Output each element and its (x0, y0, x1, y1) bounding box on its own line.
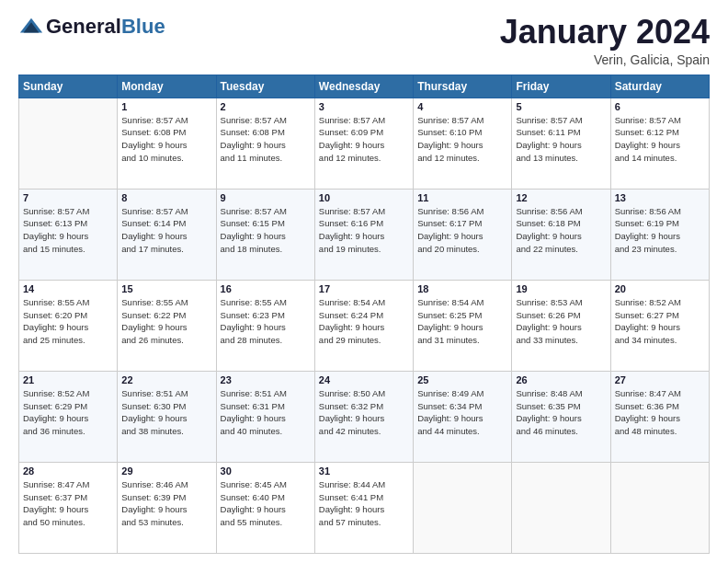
day-detail: Sunrise: 8:54 AMSunset: 6:24 PMDaylight:… (319, 296, 409, 347)
week-row-3: 21 Sunrise: 8:52 AMSunset: 6:29 PMDaylig… (19, 371, 710, 462)
table-row: 2 Sunrise: 8:57 AMSunset: 6:08 PMDayligh… (216, 98, 314, 189)
col-tuesday: Tuesday (216, 75, 314, 98)
day-number: 7 (23, 192, 113, 203)
day-number: 24 (319, 374, 409, 385)
month-title: January 2024 (500, 14, 710, 51)
day-number: 29 (121, 465, 211, 477)
table-row: 19 Sunrise: 8:53 AMSunset: 6:26 PMDaylig… (512, 280, 610, 371)
week-row-0: 1 Sunrise: 8:57 AMSunset: 6:08 PMDayligh… (19, 98, 710, 189)
day-detail: Sunrise: 8:47 AMSunset: 6:36 PMDaylight:… (615, 387, 705, 438)
col-thursday: Thursday (414, 75, 512, 98)
table-row: 28 Sunrise: 8:47 AMSunset: 6:37 PMDaylig… (19, 462, 118, 553)
table-row: 31 Sunrise: 8:44 AMSunset: 6:41 PMDaylig… (314, 462, 413, 553)
table-row: 26 Sunrise: 8:48 AMSunset: 6:35 PMDaylig… (512, 371, 610, 462)
day-detail: Sunrise: 8:54 AMSunset: 6:25 PMDaylight:… (417, 296, 507, 347)
day-number: 2 (221, 101, 311, 112)
header: GeneralBlue January 2024 Verin, Galicia,… (18, 14, 710, 67)
day-detail: Sunrise: 8:50 AMSunset: 6:32 PMDaylight:… (319, 387, 409, 438)
logo-blue: Blue (121, 15, 165, 38)
table-row: 22 Sunrise: 8:51 AMSunset: 6:30 PMDaylig… (118, 371, 216, 462)
title-block: January 2024 Verin, Galicia, Spain (500, 14, 710, 67)
day-number: 9 (221, 192, 311, 203)
day-number: 13 (615, 192, 705, 203)
day-detail: Sunrise: 8:57 AMSunset: 6:09 PMDaylight:… (319, 114, 409, 165)
day-detail: Sunrise: 8:57 AMSunset: 6:12 PMDaylight:… (615, 114, 705, 165)
day-detail: Sunrise: 8:51 AMSunset: 6:30 PMDaylight:… (121, 387, 211, 438)
day-number: 15 (121, 283, 211, 294)
table-row: 5 Sunrise: 8:57 AMSunset: 6:11 PMDayligh… (512, 98, 610, 189)
table-row: 29 Sunrise: 8:46 AMSunset: 6:39 PMDaylig… (118, 462, 216, 553)
day-detail: Sunrise: 8:55 AMSunset: 6:22 PMDaylight:… (121, 296, 211, 347)
day-number: 8 (121, 192, 211, 203)
day-detail: Sunrise: 8:53 AMSunset: 6:26 PMDaylight:… (516, 296, 606, 347)
day-detail: Sunrise: 8:52 AMSunset: 6:29 PMDaylight:… (23, 387, 113, 438)
table-row: 25 Sunrise: 8:49 AMSunset: 6:34 PMDaylig… (414, 371, 512, 462)
table-row: 23 Sunrise: 8:51 AMSunset: 6:31 PMDaylig… (216, 371, 314, 462)
week-row-1: 7 Sunrise: 8:57 AMSunset: 6:13 PMDayligh… (19, 189, 710, 280)
day-detail: Sunrise: 8:56 AMSunset: 6:19 PMDaylight:… (615, 205, 705, 256)
day-detail: Sunrise: 8:57 AMSunset: 6:15 PMDaylight:… (221, 205, 311, 256)
day-detail: Sunrise: 8:51 AMSunset: 6:31 PMDaylight:… (221, 387, 311, 438)
table-row: 15 Sunrise: 8:55 AMSunset: 6:22 PMDaylig… (118, 280, 216, 371)
day-number: 23 (221, 374, 311, 385)
day-detail: Sunrise: 8:57 AMSunset: 6:08 PMDaylight:… (221, 114, 311, 165)
day-number: 11 (417, 192, 507, 203)
day-number: 25 (417, 374, 507, 385)
logo-text: GeneralBlue (46, 17, 165, 37)
day-number: 20 (615, 283, 705, 294)
day-number: 3 (319, 101, 409, 112)
table-row: 12 Sunrise: 8:56 AMSunset: 6:18 PMDaylig… (512, 189, 610, 280)
page: GeneralBlue January 2024 Verin, Galicia,… (0, 0, 728, 563)
table-row: 11 Sunrise: 8:56 AMSunset: 6:17 PMDaylig… (414, 189, 512, 280)
day-number: 6 (615, 101, 705, 112)
table-row: 16 Sunrise: 8:55 AMSunset: 6:23 PMDaylig… (216, 280, 314, 371)
table-row: 24 Sunrise: 8:50 AMSunset: 6:32 PMDaylig… (314, 371, 413, 462)
day-detail: Sunrise: 8:55 AMSunset: 6:20 PMDaylight:… (23, 296, 113, 347)
table-row: 30 Sunrise: 8:45 AMSunset: 6:40 PMDaylig… (216, 462, 314, 553)
day-detail: Sunrise: 8:56 AMSunset: 6:18 PMDaylight:… (516, 205, 606, 256)
day-number: 12 (516, 192, 606, 203)
day-number: 19 (516, 283, 606, 294)
day-number: 17 (319, 283, 409, 294)
day-detail: Sunrise: 8:45 AMSunset: 6:40 PMDaylight:… (221, 478, 311, 529)
table-row (610, 462, 709, 553)
table-row: 20 Sunrise: 8:52 AMSunset: 6:27 PMDaylig… (610, 280, 709, 371)
day-number: 10 (319, 192, 409, 203)
col-sunday: Sunday (19, 75, 118, 98)
day-detail: Sunrise: 8:47 AMSunset: 6:37 PMDaylight:… (23, 478, 113, 529)
table-row: 6 Sunrise: 8:57 AMSunset: 6:12 PMDayligh… (610, 98, 709, 189)
table-row: 8 Sunrise: 8:57 AMSunset: 6:14 PMDayligh… (118, 189, 216, 280)
table-row: 17 Sunrise: 8:54 AMSunset: 6:24 PMDaylig… (314, 280, 413, 371)
day-detail: Sunrise: 8:49 AMSunset: 6:34 PMDaylight:… (417, 387, 507, 438)
table-row: 18 Sunrise: 8:54 AMSunset: 6:25 PMDaylig… (414, 280, 512, 371)
day-number: 1 (121, 101, 211, 112)
table-row: 13 Sunrise: 8:56 AMSunset: 6:19 PMDaylig… (610, 189, 709, 280)
day-number: 14 (23, 283, 113, 294)
location-subtitle: Verin, Galicia, Spain (500, 52, 710, 67)
week-row-4: 28 Sunrise: 8:47 AMSunset: 6:37 PMDaylig… (19, 462, 710, 553)
day-number: 16 (221, 283, 311, 294)
day-number: 31 (319, 465, 409, 477)
day-number: 4 (417, 101, 507, 112)
day-number: 28 (23, 465, 113, 477)
day-detail: Sunrise: 8:57 AMSunset: 6:14 PMDaylight:… (121, 205, 211, 256)
table-row (414, 462, 512, 553)
table-row: 14 Sunrise: 8:55 AMSunset: 6:20 PMDaylig… (19, 280, 118, 371)
col-monday: Monday (118, 75, 216, 98)
table-row: 27 Sunrise: 8:47 AMSunset: 6:36 PMDaylig… (610, 371, 709, 462)
table-row: 9 Sunrise: 8:57 AMSunset: 6:15 PMDayligh… (216, 189, 314, 280)
day-detail: Sunrise: 8:48 AMSunset: 6:35 PMDaylight:… (516, 387, 606, 438)
col-friday: Friday (512, 75, 610, 98)
week-row-2: 14 Sunrise: 8:55 AMSunset: 6:20 PMDaylig… (19, 280, 710, 371)
header-row: Sunday Monday Tuesday Wednesday Thursday… (19, 75, 710, 98)
table-row (19, 98, 118, 189)
day-detail: Sunrise: 8:57 AMSunset: 6:11 PMDaylight:… (516, 114, 606, 165)
col-wednesday: Wednesday (314, 75, 413, 98)
day-number: 18 (417, 283, 507, 294)
day-detail: Sunrise: 8:52 AMSunset: 6:27 PMDaylight:… (615, 296, 705, 347)
col-saturday: Saturday (610, 75, 709, 98)
table-row: 1 Sunrise: 8:57 AMSunset: 6:08 PMDayligh… (118, 98, 216, 189)
calendar-table: Sunday Monday Tuesday Wednesday Thursday… (18, 75, 710, 554)
day-detail: Sunrise: 8:56 AMSunset: 6:17 PMDaylight:… (417, 205, 507, 256)
day-detail: Sunrise: 8:55 AMSunset: 6:23 PMDaylight:… (221, 296, 311, 347)
